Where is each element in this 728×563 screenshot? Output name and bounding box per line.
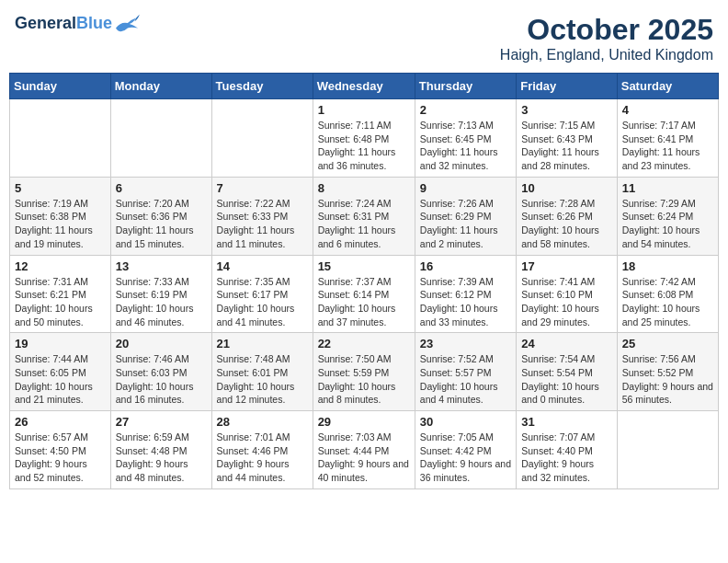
calendar-cell: 14Sunrise: 7:35 AM Sunset: 6:17 PM Dayli…	[211, 255, 313, 333]
calendar-header-row: SundayMondayTuesdayWednesdayThursdayFrid…	[10, 74, 719, 99]
calendar-cell: 6Sunrise: 7:20 AM Sunset: 6:36 PM Daylig…	[110, 177, 211, 255]
col-header-tuesday: Tuesday	[211, 74, 313, 99]
day-number: 10	[521, 181, 612, 195]
day-number: 17	[521, 259, 612, 273]
day-info: Sunrise: 7:15 AM Sunset: 6:43 PM Dayligh…	[521, 119, 612, 173]
day-info: Sunrise: 7:01 AM Sunset: 4:46 PM Dayligh…	[217, 431, 308, 485]
calendar-cell: 11Sunrise: 7:29 AM Sunset: 6:24 PM Dayli…	[617, 177, 718, 255]
day-number: 6	[116, 181, 207, 195]
calendar-week-row: 19Sunrise: 7:44 AM Sunset: 6:05 PM Dayli…	[10, 333, 719, 411]
calendar-cell: 27Sunrise: 6:59 AM Sunset: 4:48 PM Dayli…	[110, 411, 211, 489]
day-number: 26	[15, 415, 106, 429]
col-header-thursday: Thursday	[415, 74, 516, 99]
day-number: 9	[420, 181, 511, 195]
day-info: Sunrise: 7:35 AM Sunset: 6:17 PM Dayligh…	[217, 275, 308, 329]
col-header-saturday: Saturday	[617, 74, 718, 99]
day-info: Sunrise: 7:54 AM Sunset: 5:54 PM Dayligh…	[521, 352, 612, 407]
day-info: Sunrise: 7:28 AM Sunset: 6:26 PM Dayligh…	[521, 197, 612, 251]
day-info: Sunrise: 7:33 AM Sunset: 6:19 PM Dayligh…	[116, 275, 207, 329]
day-info: Sunrise: 7:22 AM Sunset: 6:33 PM Dayligh…	[217, 197, 308, 251]
calendar-cell: 26Sunrise: 6:57 AM Sunset: 4:50 PM Dayli…	[10, 411, 111, 489]
day-number: 11	[622, 181, 713, 195]
calendar-cell: 21Sunrise: 7:48 AM Sunset: 6:01 PM Dayli…	[211, 333, 313, 411]
calendar-cell	[10, 99, 111, 178]
day-info: Sunrise: 7:50 AM Sunset: 5:59 PM Dayligh…	[318, 352, 410, 407]
day-number: 29	[318, 415, 410, 429]
month-title: October 2025	[500, 13, 713, 47]
day-info: Sunrise: 7:31 AM Sunset: 6:21 PM Dayligh…	[15, 275, 106, 329]
day-info: Sunrise: 7:37 AM Sunset: 6:14 PM Dayligh…	[318, 275, 410, 329]
day-number: 13	[116, 259, 207, 273]
calendar-cell: 12Sunrise: 7:31 AM Sunset: 6:21 PM Dayli…	[10, 255, 111, 333]
day-info: Sunrise: 7:41 AM Sunset: 6:10 PM Dayligh…	[521, 275, 612, 329]
calendar-cell	[617, 411, 718, 489]
day-number: 31	[521, 415, 612, 429]
calendar-cell: 4Sunrise: 7:17 AM Sunset: 6:41 PM Daylig…	[617, 99, 718, 178]
day-info: Sunrise: 7:13 AM Sunset: 6:45 PM Dayligh…	[420, 119, 511, 173]
day-info: Sunrise: 6:59 AM Sunset: 4:48 PM Dayligh…	[116, 431, 207, 485]
day-info: Sunrise: 7:11 AM Sunset: 6:48 PM Dayligh…	[318, 119, 410, 173]
calendar-cell: 3Sunrise: 7:15 AM Sunset: 6:43 PM Daylig…	[517, 99, 618, 178]
day-info: Sunrise: 7:48 AM Sunset: 6:01 PM Dayligh…	[217, 352, 308, 407]
day-number: 3	[521, 103, 612, 117]
day-number: 28	[217, 415, 308, 429]
calendar-cell: 23Sunrise: 7:52 AM Sunset: 5:57 PM Dayli…	[415, 333, 516, 411]
calendar-cell: 24Sunrise: 7:54 AM Sunset: 5:54 PM Dayli…	[517, 333, 618, 411]
day-info: Sunrise: 7:20 AM Sunset: 6:36 PM Dayligh…	[116, 197, 207, 251]
calendar-week-row: 26Sunrise: 6:57 AM Sunset: 4:50 PM Dayli…	[10, 411, 719, 489]
day-number: 7	[217, 181, 308, 195]
day-number: 12	[15, 259, 106, 273]
calendar-table: SundayMondayTuesdayWednesdayThursdayFrid…	[9, 73, 719, 489]
day-number: 24	[521, 337, 612, 350]
day-number: 27	[116, 415, 207, 429]
calendar-cell: 29Sunrise: 7:03 AM Sunset: 4:44 PM Dayli…	[313, 411, 415, 489]
calendar-cell	[211, 99, 313, 178]
calendar-cell: 19Sunrise: 7:44 AM Sunset: 6:05 PM Dayli…	[10, 333, 111, 411]
calendar-cell: 28Sunrise: 7:01 AM Sunset: 4:46 PM Dayli…	[211, 411, 313, 489]
day-number: 15	[318, 259, 410, 273]
calendar-cell: 1Sunrise: 7:11 AM Sunset: 6:48 PM Daylig…	[313, 99, 415, 178]
day-info: Sunrise: 7:17 AM Sunset: 6:41 PM Dayligh…	[622, 119, 713, 173]
day-number: 21	[217, 337, 308, 350]
calendar-cell: 15Sunrise: 7:37 AM Sunset: 6:14 PM Dayli…	[313, 255, 415, 333]
calendar-cell: 2Sunrise: 7:13 AM Sunset: 6:45 PM Daylig…	[415, 99, 516, 178]
day-number: 30	[420, 415, 511, 429]
logo-text: GeneralBlue	[15, 15, 112, 33]
calendar-cell: 9Sunrise: 7:26 AM Sunset: 6:29 PM Daylig…	[415, 177, 516, 255]
calendar-cell: 22Sunrise: 7:50 AM Sunset: 5:59 PM Dayli…	[313, 333, 415, 411]
col-header-monday: Monday	[110, 74, 211, 99]
day-number: 8	[318, 181, 410, 195]
day-info: Sunrise: 7:46 AM Sunset: 6:03 PM Dayligh…	[116, 352, 207, 407]
title-block: October 2025 Haigh, England, United King…	[500, 13, 713, 63]
day-info: Sunrise: 7:24 AM Sunset: 6:31 PM Dayligh…	[318, 197, 410, 251]
calendar-cell: 16Sunrise: 7:39 AM Sunset: 6:12 PM Dayli…	[415, 255, 516, 333]
calendar-cell: 20Sunrise: 7:46 AM Sunset: 6:03 PM Dayli…	[110, 333, 211, 411]
day-info: Sunrise: 7:07 AM Sunset: 4:40 PM Dayligh…	[521, 431, 612, 485]
day-number: 5	[15, 181, 106, 195]
calendar-cell: 5Sunrise: 7:19 AM Sunset: 6:38 PM Daylig…	[10, 177, 111, 255]
day-number: 19	[15, 337, 106, 350]
calendar-cell: 25Sunrise: 7:56 AM Sunset: 5:52 PM Dayli…	[617, 333, 718, 411]
calendar-cell: 30Sunrise: 7:05 AM Sunset: 4:42 PM Dayli…	[415, 411, 516, 489]
day-info: Sunrise: 6:57 AM Sunset: 4:50 PM Dayligh…	[15, 431, 106, 485]
day-info: Sunrise: 7:44 AM Sunset: 6:05 PM Dayligh…	[15, 352, 106, 407]
day-info: Sunrise: 7:29 AM Sunset: 6:24 PM Dayligh…	[622, 197, 713, 251]
calendar-cell: 31Sunrise: 7:07 AM Sunset: 4:40 PM Dayli…	[517, 411, 618, 489]
day-number: 20	[116, 337, 207, 350]
col-header-friday: Friday	[517, 74, 618, 99]
day-info: Sunrise: 7:42 AM Sunset: 6:08 PM Dayligh…	[622, 275, 713, 329]
location: Haigh, England, United Kingdom	[500, 47, 713, 63]
calendar-cell: 7Sunrise: 7:22 AM Sunset: 6:33 PM Daylig…	[211, 177, 313, 255]
logo-bird-icon	[114, 13, 140, 35]
calendar-cell	[110, 99, 211, 178]
calendar-week-row: 5Sunrise: 7:19 AM Sunset: 6:38 PM Daylig…	[10, 177, 719, 255]
col-header-wednesday: Wednesday	[313, 74, 415, 99]
day-info: Sunrise: 7:52 AM Sunset: 5:57 PM Dayligh…	[420, 352, 511, 407]
day-info: Sunrise: 7:56 AM Sunset: 5:52 PM Dayligh…	[622, 352, 713, 407]
day-info: Sunrise: 7:03 AM Sunset: 4:44 PM Dayligh…	[318, 431, 410, 485]
day-info: Sunrise: 7:05 AM Sunset: 4:42 PM Dayligh…	[420, 431, 511, 485]
day-number: 22	[318, 337, 410, 350]
calendar-cell: 10Sunrise: 7:28 AM Sunset: 6:26 PM Dayli…	[517, 177, 618, 255]
day-number: 4	[622, 103, 713, 117]
day-number: 1	[318, 103, 410, 117]
